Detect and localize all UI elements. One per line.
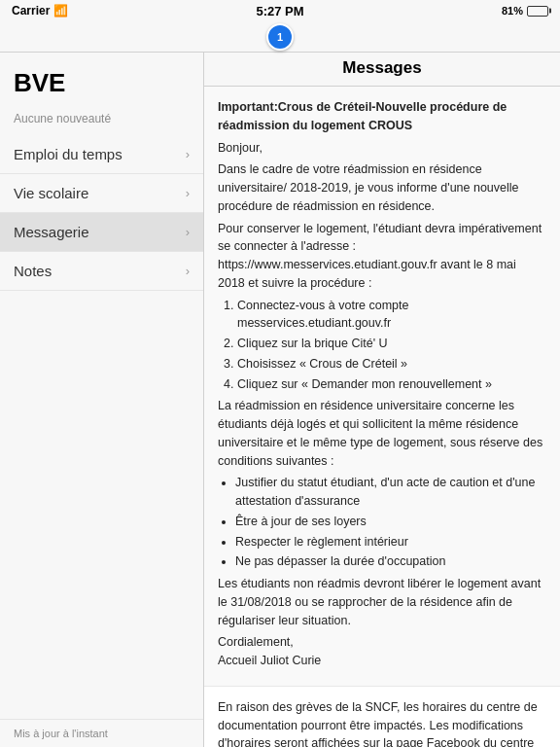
carrier-text: Carrier [12,4,50,18]
list-item: Cliquez sur la brique Cité' U [237,335,546,353]
status-time: 5:27 PM [256,4,303,18]
message-text: Dans le cadre de votre réadmission en ré… [218,160,546,215]
sidebar-item-notes-label: Notes [14,263,52,279]
message-item: Important:Crous de Créteil-Nouvelle proc… [204,87,560,687]
list-item: Choisissez « Crous de Créteil » [237,355,546,374]
sidebar-item-emploi-label: Emploi du temps [14,146,122,162]
list-item: Respecter le règlement intérieur [235,533,546,551]
messages-panel: Messages Important:Crous de Créteil-Nouv… [204,53,560,747]
messages-header: Messages [204,53,560,87]
chevron-right-icon: › [186,225,190,239]
message-text: Pour conserver le logement, l'étudiant d… [218,220,546,293]
sidebar-item-notes[interactable]: Notes › [0,252,203,291]
battery-percent: 81% [502,5,523,17]
message-item: En raison des grèves de la SNCF, les hor… [204,687,560,747]
sidebar-title: BVE [0,53,203,108]
message-text: Les étudiants non réadmis devront libére… [218,575,546,629]
sidebar-item-vie[interactable]: Vie scolaire › [0,174,203,213]
chevron-right-icon: › [186,186,190,200]
sidebar-badge: Aucune nouveauté [0,108,203,135]
sidebar: BVE Aucune nouveauté Emploi du temps › V… [0,53,204,747]
status-battery: 81% [502,5,548,17]
message-list: Justifier du statut étudiant, d'un acte … [218,474,546,571]
status-bar: Carrier 📶 5:27 PM 81% [0,0,560,21]
messages-list[interactable]: Important:Crous de Créteil-Nouvelle proc… [204,87,560,747]
message-text: La réadmission en résidence universitair… [218,397,546,470]
message-list: Connectez-vous à votre compte messervice… [218,297,546,394]
sidebar-item-messagerie[interactable]: Messagerie › [0,213,203,252]
onepw-bar: 1 [0,21,560,53]
onepw-icon: 1 [277,31,283,43]
sidebar-item-vie-label: Vie scolaire [14,185,88,201]
status-carrier: Carrier 📶 [12,4,68,18]
message-text: Bonjour, [218,139,546,158]
message-text: Important:Crous de Créteil-Nouvelle proc… [218,98,546,135]
message-text: En raison des grèves de la SNCF, les hor… [218,698,546,747]
sidebar-footer: Mis à jour à l'instant [0,719,203,747]
message-text: Cordialement,Accueil Juliot Curie [218,633,546,670]
list-item: Justifier du statut étudiant, d'un acte … [235,474,546,511]
wifi-icon: 📶 [53,4,68,18]
chevron-right-icon: › [186,264,190,278]
list-item: Cliquez sur « Demander mon renouvellemen… [237,375,546,394]
list-item: Être à jour de ses loyers [235,513,546,531]
battery-icon [527,6,548,17]
sidebar-item-messagerie-label: Messagerie [14,224,89,240]
list-item: Connectez-vous à votre compte messervice… [237,297,546,334]
list-item: Ne pas dépasser la durée d'occupation [235,552,546,571]
onepw-button[interactable]: 1 [266,23,294,51]
sidebar-item-emploi[interactable]: Emploi du temps › [0,135,203,174]
chevron-right-icon: › [186,147,190,161]
app-container: BVE Aucune nouveauté Emploi du temps › V… [0,53,560,747]
